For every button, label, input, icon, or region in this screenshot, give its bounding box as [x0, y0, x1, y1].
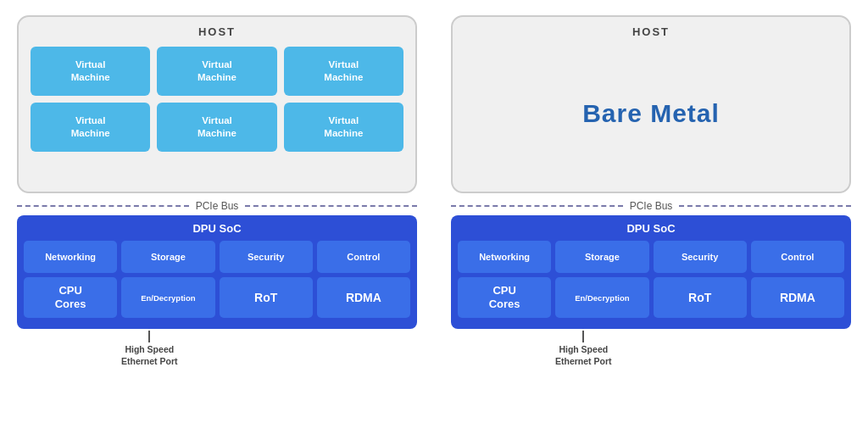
vm-card-5: VirtualMachine [157, 103, 276, 152]
dpu-soc-right: DPU SoC Networking Storage Security Cont… [451, 215, 851, 329]
ethernet-arrow-right: High SpeedEthernet Port [555, 331, 612, 367]
ethernet-line-left [148, 331, 150, 342]
dpu-row2-right: CPUCores En/Decryption RoT RDMA [458, 277, 844, 318]
dpu-control-right: Control [751, 241, 844, 273]
dpu-control-left: Control [317, 241, 410, 273]
dpu-enc-right: En/Decryption [555, 277, 648, 318]
ethernet-area-left: High SpeedEthernet Port [17, 331, 417, 363]
pcie-dash-right-2 [679, 205, 851, 207]
dpu-row1-right: Networking Storage Security Control [458, 241, 844, 273]
dpu-enc-left: En/Decryption [121, 277, 214, 318]
ethernet-line-right [582, 331, 584, 342]
host-label-left: HOST [198, 25, 236, 38]
pcie-bus-left: PCIe Bus [17, 200, 417, 212]
pcie-dash-left-1 [17, 205, 189, 207]
vm-card-6: VirtualMachine [284, 103, 403, 152]
dpu-cpu-left: CPUCores [24, 277, 117, 318]
pcie-bus-right: PCIe Bus [451, 200, 851, 212]
bare-metal-text: Bare Metal [582, 99, 720, 128]
dpu-networking-left: Networking [24, 241, 117, 273]
dpu-rdma-right: RDMA [751, 277, 844, 318]
right-diagram: HOST Bare Metal PCIe Bus DPU SoC Network… [434, 0, 868, 434]
dpu-row1-left: Networking Storage Security Control [24, 241, 410, 273]
dpu-row2-left: CPUCores En/Decryption RoT RDMA [24, 277, 410, 318]
dpu-cpu-right: CPUCores [458, 277, 551, 318]
vm-grid-left: VirtualMachine VirtualMachine VirtualMac… [31, 47, 403, 152]
dpu-rdma-left: RDMA [317, 277, 410, 318]
host-label-right: HOST [632, 25, 670, 38]
dpu-rot-right: RoT [654, 277, 747, 318]
vm-card-2: VirtualMachine [157, 47, 276, 96]
dpu-networking-right: Networking [458, 241, 551, 273]
dpu-storage-right: Storage [555, 241, 648, 273]
dpu-security-right: Security [654, 241, 747, 273]
ethernet-arrow-left: High SpeedEthernet Port [121, 331, 178, 367]
dpu-title-left: DPU SoC [24, 222, 410, 235]
dpu-storage-left: Storage [121, 241, 214, 273]
pcie-label-right: PCIe Bus [626, 200, 676, 212]
dpu-title-right: DPU SoC [458, 222, 844, 235]
pcie-dash-right-1 [451, 205, 623, 207]
dpu-soc-left: DPU SoC Networking Storage Security Cont… [17, 215, 417, 329]
ethernet-label-left: High SpeedEthernet Port [121, 344, 178, 367]
ethernet-area-right: High SpeedEthernet Port [451, 331, 851, 363]
bare-metal-box: Bare Metal [465, 47, 837, 180]
pcie-dash-left-2 [245, 205, 417, 207]
pcie-label-left: PCIe Bus [192, 200, 242, 212]
ethernet-label-right: High SpeedEthernet Port [555, 344, 612, 367]
vm-card-3: VirtualMachine [284, 47, 403, 96]
vm-card-1: VirtualMachine [31, 47, 150, 96]
dpu-rot-left: RoT [220, 277, 313, 318]
vm-card-4: VirtualMachine [31, 103, 150, 152]
host-box-right: HOST Bare Metal [451, 15, 851, 193]
dpu-security-left: Security [220, 241, 313, 273]
left-diagram: HOST VirtualMachine VirtualMachine Virtu… [0, 0, 434, 434]
host-box-left: HOST VirtualMachine VirtualMachine Virtu… [17, 15, 417, 193]
